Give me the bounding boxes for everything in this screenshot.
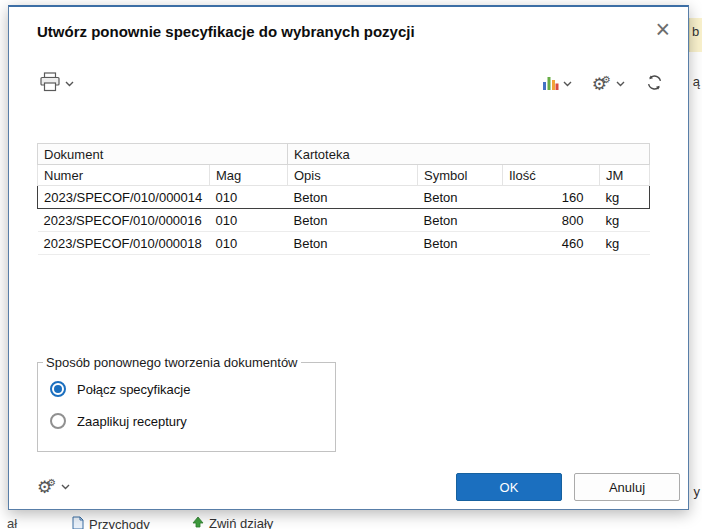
document-icon [72, 516, 84, 529]
close-icon[interactable]: × [651, 19, 674, 39]
table-row[interactable]: 2023/SPECOF/010/000014 010 Beton Beton 1… [38, 186, 650, 209]
gears-icon: ⚙⚙ [37, 479, 61, 496]
grid-header-row: Numer Mag Opis Symbol Ilość JM [38, 165, 650, 186]
gears-icon: ⚙⚙ [592, 76, 616, 93]
radio-label: Połącz specyfikacje [77, 382, 190, 397]
chevron-down-icon [61, 484, 70, 490]
column-header-opis[interactable]: Opis [288, 165, 418, 186]
background-text-fragment: ał [7, 516, 17, 529]
grid-group-header-row: Dokument Kartoteka [38, 144, 650, 165]
table-row[interactable]: 2023/SPECOF/010/000016 010 Beton Beton 8… [38, 209, 650, 232]
printer-icon [39, 72, 61, 96]
background-toolbar-fragment: b [689, 18, 702, 52]
cancel-button[interactable]: Anuluj [574, 473, 680, 501]
background-text-fragment: ą [693, 74, 700, 89]
documents-grid: Dokument Kartoteka Numer Mag Opis Symbol… [37, 143, 650, 255]
dialog-toolbar: ⚙⚙ [37, 67, 666, 101]
background-text-fragment: b [692, 24, 699, 39]
table-row[interactable]: 2023/SPECOF/010/000018 010 Beton Beton 4… [38, 232, 650, 255]
dialog-title: Utwórz ponownie specyfikacje do wybranyc… [37, 23, 415, 40]
chevron-down-icon [616, 81, 625, 87]
column-header-symbol[interactable]: Symbol [418, 165, 503, 186]
refresh-button[interactable] [643, 71, 666, 98]
bar-chart-icon [542, 74, 559, 95]
column-header-numer[interactable]: Numer [38, 165, 210, 186]
background-tab-collapse[interactable]: Zwiń działy [192, 516, 273, 529]
column-header-ilosc[interactable]: Ilość [503, 165, 600, 186]
radio-button[interactable] [50, 413, 66, 429]
dialog-header: Utwórz ponownie specyfikacje do wybranyc… [37, 23, 674, 40]
group-header-dokument[interactable]: Dokument [38, 144, 288, 165]
analysis-button[interactable] [540, 72, 574, 97]
footer-settings-button[interactable]: ⚙⚙ [37, 479, 70, 496]
settings-button[interactable]: ⚙⚙ [590, 74, 627, 95]
radio-button[interactable] [50, 381, 66, 397]
dialog-footer: ⚙⚙ OK Anuluj [37, 473, 680, 501]
option-zaaplikuj-receptury[interactable]: Zaaplikuj receptury [50, 413, 325, 429]
option-polacz-specyfikacje[interactable]: Połącz specyfikacje [50, 381, 325, 397]
recreate-specifications-dialog: Utwórz ponownie specyfikacje do wybranyc… [8, 5, 689, 510]
background-text-fragment: y [694, 484, 701, 499]
ok-button[interactable]: OK [456, 473, 562, 501]
column-header-mag[interactable]: Mag [210, 165, 288, 186]
green-arrow-icon [192, 516, 204, 529]
refresh-icon [645, 73, 664, 96]
print-button[interactable] [37, 70, 76, 98]
chevron-down-icon [563, 81, 572, 87]
background-bottom-strip: ał Przychody Zwiń działy [0, 513, 702, 529]
groupbox-title: Sposób ponownego tworzenia dokumentów [43, 355, 301, 370]
recreate-method-groupbox: Sposób ponownego tworzenia dokumentów Po… [37, 355, 336, 452]
background-tab-przychody[interactable]: Przychody [72, 516, 150, 529]
radio-label: Zaaplikuj receptury [77, 414, 187, 429]
chevron-down-icon [65, 81, 74, 87]
group-header-kartoteka[interactable]: Kartoteka [288, 144, 650, 165]
column-header-jm[interactable]: JM [600, 165, 650, 186]
